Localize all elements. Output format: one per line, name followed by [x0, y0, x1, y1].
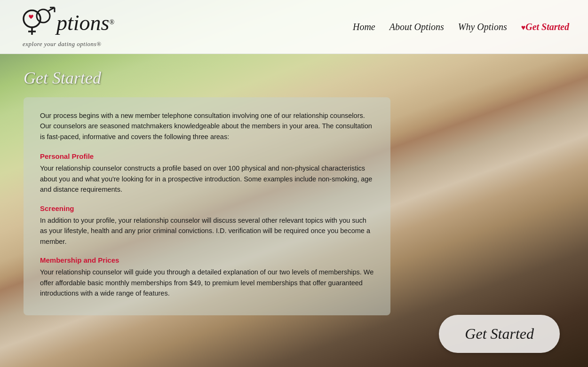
- logo-symbol-svg: [19, 6, 59, 39]
- nav-why[interactable]: Why Options: [458, 22, 507, 32]
- section-title-screening: Screening: [40, 204, 374, 212]
- section-title-personal: Personal Profile: [40, 152, 374, 160]
- section-text-personal: Your relationship counselor constructs a…: [40, 163, 374, 195]
- section-text-membership: Your relationship counselor will guide y…: [40, 267, 374, 298]
- section-membership: Membership and Prices Your relationship …: [40, 256, 374, 298]
- content-box: Our process begins with a new member tel…: [24, 97, 390, 315]
- section-title-membership: Membership and Prices: [40, 256, 374, 264]
- page-title: Get Started: [24, 68, 564, 88]
- logo-area[interactable]: ptions® explore your dating options®: [19, 6, 114, 48]
- cta-button-wrap: Get Started: [439, 315, 560, 353]
- page-content: Get Started Our process begins with a ne…: [0, 54, 588, 329]
- section-text-screening: In addition to your profile, your relati…: [40, 215, 374, 247]
- get-started-button[interactable]: Get Started: [439, 315, 560, 353]
- nav-about[interactable]: About Options: [389, 22, 444, 32]
- intro-text: Our process begins with a new member tel…: [40, 110, 374, 142]
- section-personal-profile: Personal Profile Your relationship couns…: [40, 152, 374, 195]
- section-screening: Screening In addition to your profile, y…: [40, 204, 374, 247]
- logo-tagline: explore your dating options®: [23, 40, 101, 48]
- logo-main: ptions®: [19, 6, 114, 39]
- site-header: ptions® explore your dating options® Hom…: [0, 0, 588, 54]
- nav-get-started[interactable]: ♥ Get Started: [521, 22, 569, 32]
- svg-point-3: [37, 9, 50, 23]
- logo-reg: ®: [109, 19, 114, 26]
- heart-icon: ♥: [521, 23, 526, 32]
- main-nav: Home About Options Why Options ♥ Get Sta…: [353, 22, 569, 32]
- logo-text: ptions: [56, 10, 109, 35]
- nav-home[interactable]: Home: [353, 22, 375, 32]
